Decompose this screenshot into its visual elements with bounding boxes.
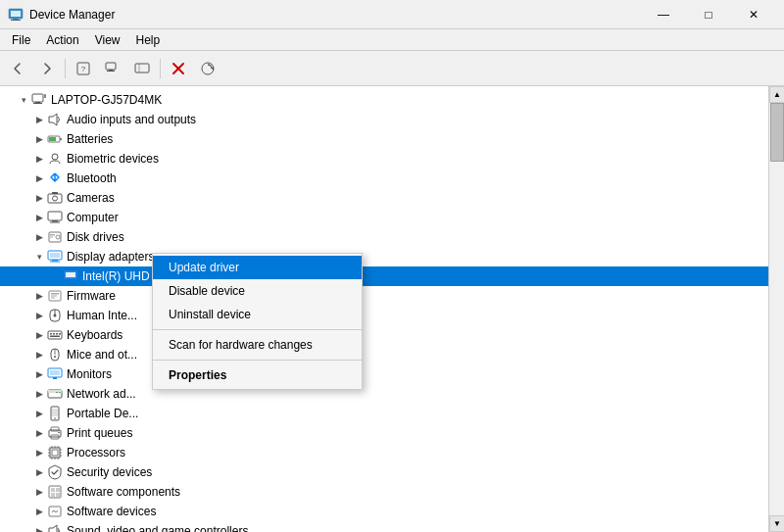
forward-button[interactable] [33,55,61,82]
hid-label: Human Inte... [67,309,137,322]
processors-expander[interactable]: ▶ [31,445,47,460]
svg-rect-42 [51,296,57,297]
root-expander[interactable]: ▾ [16,92,31,108]
ctx-properties[interactable]: Properties [153,363,362,387]
swdev-expander[interactable]: ▶ [31,504,47,519]
tree-item-mice[interactable]: ▶ Mice and ot... [0,345,768,364]
svg-rect-21 [60,138,62,140]
svg-rect-62 [56,392,58,393]
svg-rect-86 [56,488,60,492]
properties-button[interactable]: ? [70,55,97,82]
scroll-down-button[interactable]: ▼ [769,515,784,532]
svg-rect-35 [50,253,60,258]
sound-video-expander[interactable]: ▶ [31,523,47,532]
svg-rect-24 [48,194,62,203]
bluetooth-expander[interactable]: ▶ [31,170,47,186]
tree-item-audio[interactable]: ▶ Audio inputs and outputs [0,110,768,129]
svg-point-55 [54,356,56,358]
menu-file[interactable]: File [4,31,38,49]
portable-label: Portable De... [67,407,138,420]
menu-action[interactable]: Action [38,31,86,49]
device-tree[interactable]: ▾ LAPTOP-GJ57D4MK ▶ Au [0,86,768,532]
back-button[interactable] [4,55,31,82]
svg-rect-33 [50,237,53,238]
computer-icon [31,92,47,108]
tree-item-firmware[interactable]: ▶ Firmware [0,286,768,306]
biometric-expander[interactable]: ▶ [31,151,47,167]
tree-item-computer[interactable]: ▶ Computer [0,208,768,227]
firmware-expander[interactable]: ▶ [31,288,47,304]
security-expander[interactable]: ▶ [31,464,47,480]
audio-icon [47,112,63,127]
ctx-update-driver[interactable]: Update driver [153,256,362,279]
tree-item-biometric[interactable]: ▶ Biometric devices [0,149,768,169]
ctx-uninstall-device[interactable]: Uninstall device [153,303,362,326]
ctx-sep-2 [153,360,362,361]
close-button[interactable]: ✕ [731,0,776,29]
show-devices-button[interactable] [128,55,156,82]
svg-rect-61 [59,392,61,393]
sound-video-label: Sound, video and game controllers [67,524,248,532]
tree-item-sound-video[interactable]: ▶ Sound, video and game controllers [0,521,768,532]
portable-expander[interactable]: ▶ [31,406,47,421]
menu-bar: File Action View Help [0,29,784,51]
tree-item-keyboards[interactable]: ▶ Keyboards [0,325,768,345]
scan-button[interactable] [194,55,221,82]
svg-rect-64 [52,409,58,416]
audio-expander[interactable]: ▶ [31,112,47,127]
svg-rect-37 [50,262,60,263]
svg-point-69 [58,432,60,434]
scrollbar[interactable]: ▲ ▼ [768,86,784,532]
swcomp-expander[interactable]: ▶ [31,484,47,500]
network-expander[interactable]: ▶ [31,386,47,402]
tree-item-print[interactable]: ▶ Print queues [0,423,768,443]
menu-view[interactable]: View [87,31,128,49]
hid-expander[interactable]: ▶ [31,308,47,323]
tree-item-processors[interactable]: ▶ Proces [0,443,768,462]
cameras-expander[interactable]: ▶ [31,190,47,206]
title-bar: Device Manager — □ ✕ [0,0,784,29]
display-expander[interactable]: ▾ [31,249,47,265]
batteries-expander[interactable]: ▶ [31,131,47,147]
tree-item-swdev[interactable]: ▶ Software devices [0,502,768,521]
main-content: ▾ LAPTOP-GJ57D4MK ▶ Au [0,86,784,532]
tree-item-intel-gpu[interactable]: Intel(R) UHD Graphics [0,266,768,286]
tree-item-monitors[interactable]: ▶ Monitors [0,364,768,384]
maximize-button[interactable]: □ [686,0,731,29]
tree-item-batteries[interactable]: ▶ Batteries [0,129,768,149]
print-expander[interactable]: ▶ [31,425,47,441]
tree-item-swcomp[interactable]: ▶ Software components [0,482,768,502]
mice-expander[interactable]: ▶ [31,347,47,363]
scroll-up-button[interactable]: ▲ [769,86,784,103]
tree-item-security[interactable]: ▶ Security devices [0,462,768,482]
svg-rect-47 [48,331,62,339]
security-label: Security devices [67,465,152,479]
devmgr-button[interactable] [99,55,126,82]
svg-rect-88 [56,493,60,497]
scroll-track[interactable] [769,103,784,515]
keyboards-expander[interactable]: ▶ [31,327,47,343]
svg-rect-51 [59,333,61,335]
svg-rect-36 [52,260,58,262]
monitors-expander[interactable]: ▶ [31,366,47,382]
svg-rect-15 [32,94,43,102]
tree-item-cameras[interactable]: ▶ Cameras [0,188,768,208]
scroll-thumb[interactable] [770,103,784,162]
tree-item-bluetooth[interactable]: ▶ Bluetooth [0,169,768,188]
minimize-button[interactable]: — [641,0,686,29]
tree-item-portable[interactable]: ▶ Portable De... [0,404,768,423]
tree-item-network[interactable]: ▶ Network ad... [0,384,768,404]
menu-help[interactable]: Help [128,31,169,49]
tree-item-display[interactable]: ▾ Display adapters [0,247,768,266]
disk-expander[interactable]: ▶ [31,229,47,245]
computer-expander[interactable]: ▶ [31,210,47,225]
firmware-icon [47,288,63,304]
ctx-scan-hardware[interactable]: Scan for hardware changes [153,333,362,357]
tree-root[interactable]: ▾ LAPTOP-GJ57D4MK [0,90,768,110]
tree-item-hid[interactable]: ▶ Human Inte... [0,306,768,325]
ctx-disable-device[interactable]: Disable device [153,279,362,303]
uninstall-button[interactable] [165,55,192,82]
svg-rect-71 [52,450,58,456]
sound-video-icon [47,523,63,532]
tree-item-disk[interactable]: ▶ Disk drives [0,227,768,247]
